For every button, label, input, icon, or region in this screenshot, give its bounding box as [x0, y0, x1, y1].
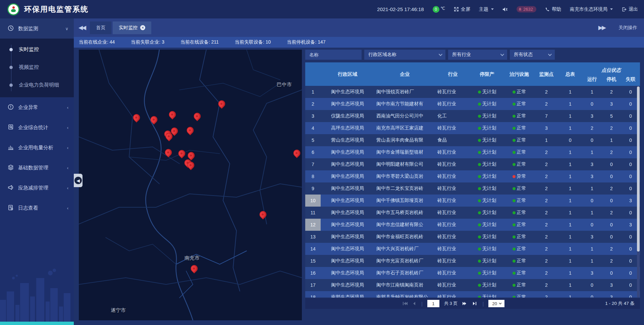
cell-industry: 砖瓦行业 [435, 243, 470, 255]
fullscreen-button[interactable]: 全屏 [454, 6, 470, 12]
tab-realtime-monitor[interactable]: 实时监控 ✕ [113, 21, 151, 34]
table-row[interactable]: 6阆中生态环境局阆中市金博瑞新型墙材砖瓦行业无计划正常21120 [305, 146, 640, 158]
page-number-input[interactable] [427, 300, 439, 307]
cell-stopped: 2 [602, 122, 621, 134]
status-dot-icon [513, 248, 516, 251]
table-row[interactable]: 8阆中生态环境局阆中市枣碧大梁山页岩砖瓦行业无计划异常21300 [305, 170, 640, 182]
region-select[interactable]: 行政区域名称 [364, 50, 445, 60]
cell-stopped: 3 [602, 291, 621, 297]
scrollbar-thumb[interactable] [637, 87, 640, 252]
sidebar-group-data-monitor[interactable]: 数据监测 ∨ [0, 18, 74, 39]
cell-facility: 正常 [504, 207, 535, 219]
cell-run: 0 [582, 195, 602, 207]
table-row[interactable]: 12阆中生态环境局阆中市忠信建材有限公砖瓦行业无计划正常21003 [305, 219, 640, 231]
name-search-input[interactable] [305, 50, 362, 60]
chevron-left-icon: ‹ [67, 185, 68, 191]
close-operations-button[interactable]: 关闭操作 [619, 25, 637, 31]
cell-industry: 砖瓦行业 [435, 170, 470, 182]
sidebar-group-logs[interactable]: 日志查看 ‹ [0, 198, 74, 218]
table-row[interactable]: 11阆中生态环境局阆中市五马桥页岩机砖砖瓦行业无计划正常21120 [305, 207, 640, 219]
tab-home[interactable]: 首页 [90, 21, 111, 34]
sidebar-group-power-analysis[interactable]: 企业用电量分析 ‹ [0, 138, 74, 158]
cell-limit: 无计划 [470, 182, 504, 195]
app-title: 环保用电监管系统 [24, 4, 89, 14]
industry-select[interactable]: 所有行业 [448, 50, 507, 60]
page-size-select[interactable]: 20 [488, 300, 504, 307]
table-row[interactable]: 14阆中生态环境局阆中大兴页岩机砖厂砖瓦行业无计划正常21120 [305, 243, 640, 255]
cell-num: 6 [305, 146, 321, 158]
cell-region: 阆中生态环境局 [321, 86, 374, 98]
table-row[interactable]: 5营山生态环境局营山县润丰肉食品有限食品无计划正常10010 [305, 134, 640, 146]
sidebar-group-emergency[interactable]: 应急减排管理 ‹ [0, 178, 74, 198]
cell-limit: 无计划 [470, 255, 504, 267]
mute-button[interactable] [502, 7, 508, 12]
table-row[interactable]: 1阆中生态环境局阆中强锐页岩砖厂砖瓦行业无计划正常21120 [305, 86, 640, 98]
temperature: 0 ℃ [433, 6, 445, 13]
sidebar-group-label: 基础数据管理 [18, 165, 63, 171]
stats-bar: 当前在线企业: 44 当前失联企业: 3 当前在线设备: 211 当前失联设备:… [74, 37, 644, 48]
tabs-scroll-right-icon[interactable]: ▶▶ [594, 24, 610, 31]
cell-company: 阆中市江南镇阆南页岩 [374, 279, 435, 291]
stat-online-devices: 当前在线设备: 211 [180, 39, 219, 45]
status-dot-icon [513, 139, 516, 142]
sidebar-item-realtime-monitor[interactable]: 实时监控 [0, 41, 74, 58]
cell-stopped: 3 [602, 98, 621, 110]
table-row[interactable]: 15阆中生态环境局阆中市光富页岩机砖厂砖瓦行业无计划正常21120 [305, 255, 640, 267]
map-roads [79, 50, 302, 320]
map-panel[interactable]: 巴中市 南充市 遂宁市 [79, 50, 302, 320]
last-page-button[interactable] [472, 301, 478, 306]
chevron-left-icon: ‹ [67, 165, 68, 170]
table-row[interactable]: 10阆中生态环境局阆中千佛镇五郎垭页岩砖瓦行业无计划正常21003 [305, 195, 640, 207]
table-row[interactable]: 16阆中生态环境局阆中市石子页岩机砖厂砖瓦行业无计划正常21300 [305, 267, 640, 279]
cell-points: 2 [535, 219, 558, 231]
help-label: 帮助 [552, 6, 561, 12]
table-row[interactable]: 9阆中生态环境局阆中市二龙长宝页岩砖砖瓦行业无计划正常21120 [305, 182, 640, 195]
tabs-scroll-left-icon[interactable]: ◀◀ [74, 24, 90, 31]
table-row[interactable]: 4高坪生态环境局南充市高坪区王家店建砖瓦行业无计划正常31220 [305, 122, 640, 134]
status-dot-icon [513, 211, 516, 214]
theme-button[interactable]: 主题 [479, 6, 494, 12]
table-row[interactable]: 18南部生态环境局南部县升钟页岩砖有限公砖瓦行业无计划正常21030 [305, 291, 640, 297]
cell-run: 3 [582, 267, 602, 279]
cell-company: 西南油气田分公司川中 [374, 110, 435, 122]
tab-label: 首页 [96, 25, 105, 31]
org-menu[interactable]: 南充市生态环境局 [570, 6, 613, 12]
help-button[interactable]: 帮助 [545, 6, 561, 12]
cell-meters: 1 [558, 219, 582, 231]
cell-region: 阆中生态环境局 [321, 98, 374, 110]
table-row[interactable]: 2阆中生态环境局阆中市南方节能建材有砖瓦行业无计划正常21030 [305, 98, 640, 110]
cell-stopped: 0 [602, 231, 621, 243]
cell-facility: 正常 [504, 98, 535, 110]
table-row[interactable]: 3仪陇生态环境局西南油气田分公司川中化工无计划正常71350 [305, 110, 640, 122]
col-header-stopped: 停机 [602, 75, 621, 84]
status-dot-icon [513, 272, 516, 275]
temperature-unit: ℃ [441, 6, 445, 11]
sidebar-group-base-data[interactable]: 基础数据管理 ‹ [0, 158, 74, 178]
logout-icon [622, 7, 627, 12]
cell-stopped: 2 [602, 86, 621, 98]
exit-button[interactable]: 退出 [622, 6, 638, 12]
sidebar-collapse-handle[interactable]: ◀ [74, 174, 83, 187]
status-select[interactable]: 所有状态 [510, 50, 555, 60]
sidebar-group-enterprise-abnormal[interactable]: 企业异常 ‹ [0, 97, 74, 117]
table-row[interactable]: 7阆中生态环境局阆中明阳建材有限公司砖瓦行业无计划正常21300 [305, 158, 640, 170]
next-page-button[interactable] [462, 301, 468, 306]
sidebar-item-video-monitor[interactable]: 视频监控 [0, 58, 74, 76]
prev-page-button[interactable] [413, 301, 417, 306]
first-page-button[interactable] [402, 301, 408, 306]
cell-num: 12 [305, 219, 321, 231]
cell-limit: 无计划 [470, 170, 504, 182]
table-row[interactable]: 13阆中生态环境局阆中市金福旺页岩机砖砖瓦行业无计划正常21300 [305, 231, 640, 243]
skyline-watermark [0, 260, 74, 322]
table-row[interactable]: 17阆中生态环境局阆中市江南镇阆南页岩砖瓦行业无计划正常21030 [305, 279, 640, 291]
cell-points: 2 [535, 243, 558, 255]
close-icon[interactable]: ✕ [140, 25, 145, 30]
status-dot-icon [513, 284, 516, 287]
notification-badge[interactable]: 2632 [517, 6, 536, 12]
sidebar-item-power-load-detail[interactable]: 企业电力负荷明细 [0, 76, 74, 94]
cell-num: 9 [305, 182, 321, 195]
cell-region: 营山生态环境局 [321, 134, 374, 146]
sidebar-group-enterprise-stats[interactable]: 企业综合统计 ‹ [0, 117, 74, 138]
status-dot-icon [478, 223, 481, 226]
cell-limit: 无计划 [470, 134, 504, 146]
